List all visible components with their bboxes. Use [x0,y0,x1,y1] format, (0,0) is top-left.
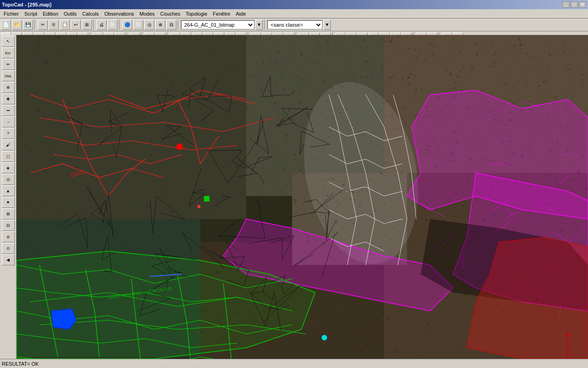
status-text: RESULTAT= OK [2,361,39,367]
left-zoom-out[interactable]: − [2,105,15,116]
left-question[interactable]: ? [2,128,15,139]
menu-couches[interactable]: Couches [158,10,183,17]
paste-button[interactable]: 📋 [60,20,70,30]
tb7[interactable]: ◎ [144,20,154,30]
cut-button[interactable]: ✂ [38,20,48,30]
map-canvas[interactable] [17,35,588,359]
left-edit-tool[interactable]: ✏ [2,59,15,70]
save-button[interactable]: 💾 [23,20,33,30]
title-bar-controls[interactable]: _ □ ✕ [562,1,586,8]
minimize-button[interactable]: _ [562,1,570,8]
menu-edition[interactable]: Edition [40,10,61,17]
left-obs-tool[interactable]: Obs [2,70,15,81]
tb5[interactable]: 🔵 [122,20,132,30]
tb4[interactable]: ⊞ [82,20,92,30]
left-zoom-in[interactable]: + [2,93,15,104]
class-dropdown[interactable]: <sans classe> [267,20,322,29]
map-area[interactable] [17,35,588,359]
left-misc3[interactable]: ◀ [2,254,15,265]
maximize-button[interactable]: □ [571,1,578,8]
dropdown-arrow2[interactable]: ▼ [323,20,331,30]
sep5 [264,20,266,30]
toolbar-row1: 📄 📂 💾 ✂ ⎘ 📋 ↩ ⊞ 🖨 ⬜ 🔵 ⬜ ◎ ⊕ ⊟ 264-G_AC_0… [0,18,588,31]
sep1 [34,20,36,30]
close-button[interactable]: ✕ [579,1,586,8]
status-bar: RESULTAT= OK [0,359,588,368]
sep2 [93,20,95,30]
left-up[interactable]: ▲ [2,185,15,196]
menu-bar: Fichier Script Edition Outils Calculs Ob… [0,9,588,18]
window-title: TopoCad - [295.map] [2,2,51,7]
left-misc2[interactable]: ⊙ [2,243,15,254]
left-nav-right[interactable]: → [2,116,15,127]
print2-button[interactable]: ⬜ [107,20,118,30]
left-eraser[interactable]: ◻ [2,151,15,162]
sep4 [178,20,180,30]
layer-dropdown[interactable]: 264-G_AC_01_bitmap [181,20,254,29]
menu-fichier[interactable]: Fichier [1,10,22,17]
menu-topologie[interactable]: Topologie [183,10,210,17]
menu-calculs[interactable]: Calculs [79,10,102,17]
new-button[interactable]: 📄 [1,20,11,30]
dropdown-arrow1[interactable]: ▼ [255,20,263,30]
tb6[interactable]: ⬜ [133,20,143,30]
menu-modes[interactable]: Modes [137,10,158,17]
left-misc1[interactable]: ⊘ [2,231,15,242]
menu-aide[interactable]: Aide [233,10,249,17]
left-tool1[interactable]: ◈ [2,162,15,173]
print-button[interactable]: 🖨 [96,20,107,30]
left-arrow-tool[interactable]: ↖ [2,36,15,47]
left-toolbar: ↖ Ecr ✏ Obs ⊕ + − → ? 🖌 ◻ ◈ ◎ ▲ ▼ ⊞ ⊟ ⊘ … [0,35,17,359]
left-layer1[interactable]: ⊞ [2,208,15,219]
left-action1[interactable]: ⊕ [2,82,15,93]
left-down[interactable]: ▼ [2,197,15,208]
tb9[interactable]: ⊟ [166,20,176,30]
menu-observations[interactable]: Observations [102,10,137,17]
copy-button[interactable]: ⎘ [49,20,59,30]
tb3[interactable]: ↩ [71,20,81,30]
left-tool2[interactable]: ◎ [2,174,15,185]
left-layer2[interactable]: ⊟ [2,220,15,231]
menu-script[interactable]: Script [22,10,40,17]
sep3 [119,20,121,30]
title-bar: TopoCad - [295.map] _ □ ✕ [0,0,588,9]
open-button[interactable]: 📂 [12,20,22,30]
menu-outils[interactable]: Outils [61,10,79,17]
left-paint[interactable]: 🖌 [2,139,15,150]
menu-fenetre[interactable]: Fenêtre [210,10,233,17]
left-ecr-tool[interactable]: Ecr [2,47,15,58]
tb8[interactable]: ⊕ [155,20,165,30]
